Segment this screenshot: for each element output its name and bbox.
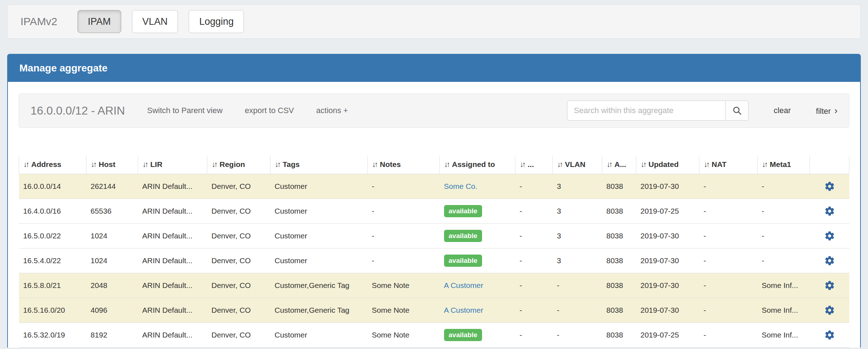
cell-tags: Customer: [270, 248, 368, 273]
cell-region: Denver, CO: [207, 199, 270, 224]
table-row: 16.5.32.0/19 8192 ARIN Default... Denver…: [19, 323, 849, 348]
cell-lir: ARIN Default...: [138, 248, 207, 273]
col-header-vlan[interactable]: ↓↑VLAN: [553, 156, 602, 174]
cell-updated: 2019-07-30: [636, 174, 699, 199]
cell-truncated: -: [515, 323, 553, 348]
nav-tab-ipam[interactable]: IPAM: [77, 10, 121, 33]
cell-notes: -: [368, 224, 440, 248]
cell-notes: -: [368, 199, 440, 224]
sort-icon: ↓↑: [372, 160, 377, 168]
aggregate-table: ↓↑Address ↓↑Host ↓↑LIR ↓↑Region ↓↑Tags ↓…: [19, 156, 849, 348]
cell-tags: Customer,Generic Tag: [270, 298, 368, 323]
cell-updated: 2019-07-30: [636, 298, 699, 323]
table-header-row: ↓↑Address ↓↑Host ↓↑LIR ↓↑Region ↓↑Tags ↓…: [19, 156, 849, 174]
row-actions-button[interactable]: [824, 305, 835, 316]
status-badge: available: [444, 205, 482, 217]
sort-icon: ↓↑: [762, 160, 766, 168]
cell-meta1: -: [758, 199, 810, 224]
cell-assigned-to: available: [440, 323, 515, 348]
row-actions-button[interactable]: [824, 181, 835, 192]
panel-header: Manage aggregate: [8, 55, 860, 82]
cell-assigned-to: Some Co.: [440, 174, 515, 199]
col-header-a[interactable]: ↓↑A...: [602, 156, 636, 174]
cell-lir: ARIN Default...: [138, 199, 207, 224]
cell-vlan: 3: [553, 199, 602, 224]
col-header-assigned-to[interactable]: ↓↑Assigned to: [440, 156, 515, 174]
cell-vlan: -: [553, 298, 602, 323]
cell-meta1: -: [758, 174, 810, 199]
col-header-truncated[interactable]: ↓↑...: [515, 156, 553, 174]
sort-icon: ↓↑: [641, 160, 645, 168]
col-header-address[interactable]: ↓↑Address: [19, 156, 86, 174]
search-icon: [732, 106, 742, 116]
export-csv-link[interactable]: export to CSV: [245, 106, 294, 115]
assigned-customer-link[interactable]: A Customer: [444, 281, 483, 289]
col-header-meta1[interactable]: ↓↑Meta1: [758, 156, 810, 174]
switch-parent-view-link[interactable]: Switch to Parent view: [147, 106, 222, 115]
status-badge: available: [444, 255, 482, 267]
col-header-lir[interactable]: ↓↑LIR: [138, 156, 207, 174]
cell-address: 16.5.4.0/22: [19, 248, 86, 273]
table-row: 16.0.0.0/14 262144 ARIN Default... Denve…: [19, 174, 849, 199]
cell-a: 8038: [602, 248, 636, 273]
cell-host: 8192: [86, 323, 138, 348]
cell-a: 8038: [602, 224, 636, 248]
col-header-tags[interactable]: ↓↑Tags: [270, 156, 368, 174]
toolbar-left: 16.0.0.0/12 - ARIN Switch to Parent view…: [30, 104, 348, 117]
assigned-customer-link[interactable]: A Customer: [444, 306, 483, 314]
nav-tab-logging[interactable]: Logging: [189, 10, 244, 33]
col-header-updated[interactable]: ↓↑Updated: [636, 156, 699, 174]
cell-host: 2048: [86, 273, 138, 298]
filter-link[interactable]: filter›: [816, 105, 838, 116]
table-body: 16.0.0.0/14 262144 ARIN Default... Denve…: [19, 174, 849, 348]
assigned-customer-link[interactable]: Some Co.: [444, 182, 477, 190]
search-input[interactable]: [567, 101, 726, 121]
table-row: 16.5.0.0/22 1024 ARIN Default... Denver,…: [19, 224, 849, 248]
cell-a: 8038: [602, 174, 636, 199]
cell-address: 16.0.0.0/14: [19, 174, 86, 199]
nav-tab-vlan[interactable]: VLAN: [132, 10, 178, 33]
col-header-nat[interactable]: ↓↑NAT: [699, 156, 758, 174]
row-actions-button[interactable]: [824, 280, 835, 291]
cell-a: 8038: [602, 323, 636, 348]
cell-address: 16.5.8.0/21: [19, 273, 86, 298]
row-actions-button[interactable]: [824, 330, 835, 340]
col-header-host[interactable]: ↓↑Host: [86, 156, 138, 174]
gear-icon: [824, 287, 835, 292]
cell-tags: Customer: [270, 199, 368, 224]
cell-vlan: -: [553, 323, 602, 348]
filter-link-label: filter: [816, 107, 831, 116]
cell-meta1: Some Inf...: [758, 273, 810, 298]
cell-nat: -: [699, 273, 758, 298]
search-button[interactable]: [726, 101, 749, 121]
aggregate-title: 16.0.0.0/12 - ARIN: [30, 104, 125, 117]
cell-actions: [810, 174, 849, 199]
cell-lir: ARIN Default...: [138, 323, 207, 348]
cell-a: 8038: [602, 199, 636, 224]
cell-address: 16.5.0.0/22: [19, 224, 86, 248]
cell-actions: [810, 298, 849, 323]
gear-icon: [824, 237, 835, 242]
actions-menu-link[interactable]: actions +: [316, 106, 348, 115]
cell-nat: -: [699, 224, 758, 248]
row-actions-button[interactable]: [824, 206, 835, 217]
cell-actions: [810, 273, 849, 298]
sort-icon: ↓↑: [212, 160, 216, 168]
cell-lir: ARIN Default...: [138, 273, 207, 298]
main-nav: IPAM VLAN Logging: [77, 10, 244, 33]
clear-link[interactable]: clear: [774, 106, 791, 115]
col-header-notes[interactable]: ↓↑Notes: [368, 156, 440, 174]
cell-region: Denver, CO: [207, 174, 270, 199]
col-header-region[interactable]: ↓↑Region: [207, 156, 270, 174]
row-actions-button[interactable]: [824, 255, 835, 266]
cell-vlan: 3: [553, 248, 602, 273]
panel-title: Manage aggregate: [19, 62, 108, 74]
cell-nat: -: [699, 199, 758, 224]
cell-tags: Customer: [270, 174, 368, 199]
cell-region: Denver, CO: [207, 273, 270, 298]
cell-meta1: Some Inf...: [758, 323, 810, 348]
row-actions-button[interactable]: [824, 231, 835, 241]
cell-host: 262144: [86, 174, 138, 199]
status-badge: available: [444, 230, 482, 242]
panel-body: 16.0.0.0/12 - ARIN Switch to Parent view…: [8, 82, 860, 348]
